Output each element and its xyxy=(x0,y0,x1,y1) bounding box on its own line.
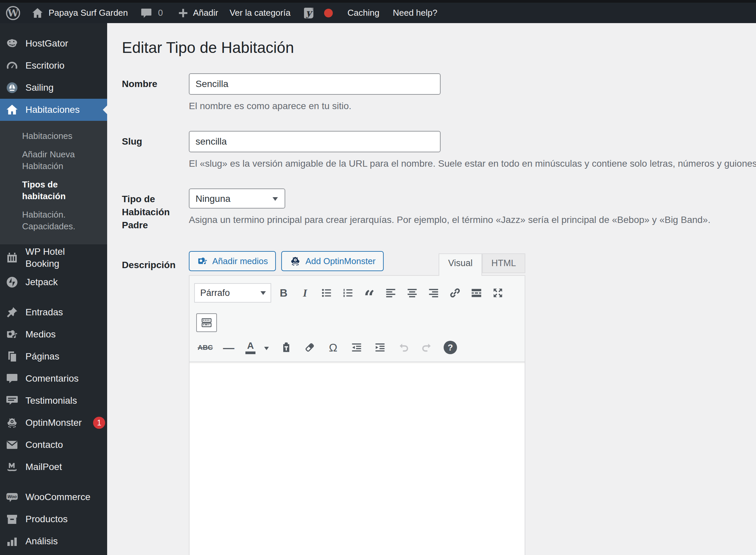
svg-text:Woo: Woo xyxy=(7,494,17,499)
align-center-icon xyxy=(406,287,418,299)
strikethrough-button[interactable]: ABC xyxy=(196,339,214,356)
slug-label: Slug xyxy=(122,131,189,169)
parent-field-row: Tipo de Habitación Padre Ninguna Asigna … xyxy=(122,188,756,231)
site-link[interactable]: Papaya Surf Garden xyxy=(31,6,128,20)
add-new-label: Añadir xyxy=(193,8,218,18)
plus-icon xyxy=(177,7,189,19)
name-input[interactable] xyxy=(189,73,440,95)
add-new-menu[interactable]: Añadir xyxy=(177,7,218,19)
jetpack-icon xyxy=(5,275,19,289)
editor-toolbar-row-2: ABC — A xyxy=(190,335,524,361)
sailing-icon xyxy=(5,81,19,94)
sidebar-item-testimonials[interactable]: Testimonials xyxy=(0,390,107,412)
sidebar-item-woocommerce[interactable]: Woo WooCommerce xyxy=(0,486,107,508)
parent-select[interactable]: Ninguna xyxy=(189,188,285,209)
indent-button[interactable] xyxy=(371,339,389,356)
toolbar-toggle-button[interactable] xyxy=(196,313,217,332)
comments-shortcut[interactable]: 0 xyxy=(140,7,163,19)
numbered-list-button[interactable] xyxy=(339,284,357,302)
sidebar-label: Páginas xyxy=(26,350,59,362)
calendar-icon xyxy=(5,251,19,264)
add-media-button[interactable]: Añadir medios xyxy=(189,251,276,271)
read-more-button[interactable] xyxy=(467,284,486,302)
sidebar-item-wp-hotel-booking[interactable]: WP Hotel Booking xyxy=(0,244,107,271)
tab-visual[interactable]: Visual xyxy=(438,253,482,276)
redo-button[interactable] xyxy=(418,339,436,356)
numbered-list-icon xyxy=(342,287,354,299)
parent-select-wrap: Ninguna xyxy=(189,188,285,209)
name-help-text: El nombre es como aparece en tu sitio. xyxy=(189,101,756,112)
align-left-button[interactable] xyxy=(382,284,400,302)
admin-sidebar: HostGator Escritorio Sailing Habitacione… xyxy=(0,23,107,555)
house-icon xyxy=(5,103,19,117)
sidebar-label: Sailing xyxy=(26,82,53,94)
sidebar-item-escritorio[interactable]: Escritorio xyxy=(0,54,107,77)
fullscreen-button[interactable] xyxy=(489,284,507,302)
special-character-button[interactable]: Ω xyxy=(324,339,342,356)
sidebar-item-habitaciones[interactable]: Habitaciones xyxy=(0,99,107,121)
blockquote-button[interactable]: “ xyxy=(360,280,378,306)
slug-input[interactable] xyxy=(189,131,440,152)
bulleted-list-button[interactable] xyxy=(318,284,335,302)
paragraph-format-select[interactable]: Párrafo xyxy=(194,283,271,303)
bar-chart-icon xyxy=(5,535,19,548)
undo-button[interactable] xyxy=(394,339,413,356)
outdent-icon xyxy=(350,341,363,353)
paste-as-text-button[interactable] xyxy=(277,339,295,356)
text-color-button[interactable]: A xyxy=(243,339,258,356)
mailpoet-icon xyxy=(5,460,19,474)
submenu-item-anadir-nueva-habitacion[interactable]: Añadir Nueva Habitación xyxy=(22,145,86,175)
sidebar-item-comentarios[interactable]: Comentarios xyxy=(0,368,107,390)
sidebar-label: Jetpack xyxy=(26,276,58,288)
name-field-row: Nombre El nombre es como aparece en tu s… xyxy=(122,73,756,112)
sidebar-item-analisis[interactable]: Análisis xyxy=(0,530,107,552)
add-optinmonster-button[interactable]: Add OptinMonster xyxy=(281,251,384,271)
sidebar-item-mailpoet[interactable]: MailPoet xyxy=(0,456,107,478)
submenu-item-habitacion-capacidades[interactable]: Habitación. Capacidades. xyxy=(22,206,86,236)
sidebar-item-contacto[interactable]: Contacto xyxy=(0,434,107,456)
sidebar-item-optinmonster[interactable]: OptinMonster 1 xyxy=(0,412,107,434)
bulleted-list-icon xyxy=(321,287,332,299)
undo-icon xyxy=(397,341,410,353)
sidebar-label: Habitaciones xyxy=(26,104,80,116)
editor-toolbar-row-1: Párrafo B I xyxy=(190,276,524,335)
editor-canvas[interactable] xyxy=(190,361,524,555)
help-button[interactable]: ? xyxy=(441,339,459,356)
italic-button[interactable]: I xyxy=(296,284,314,302)
submenu-item-tipos-de-habitacion[interactable]: Tipos de habitación xyxy=(22,175,102,206)
caching-menu[interactable]: Caching xyxy=(347,8,379,18)
tab-html[interactable]: HTML xyxy=(482,253,526,273)
sidebar-item-medios[interactable]: Medios xyxy=(0,324,107,345)
align-center-button[interactable] xyxy=(403,284,421,302)
read-more-icon xyxy=(470,287,483,299)
wordpress-logo-icon[interactable]: W xyxy=(5,5,21,21)
slug-help-text: El «slug» es la versión amigable de la U… xyxy=(189,158,756,169)
name-label: Nombre xyxy=(122,73,189,112)
description-editor: Añadir medios Add OptinMonst xyxy=(189,251,525,555)
add-media-label: Añadir medios xyxy=(212,256,268,266)
bold-button[interactable]: B xyxy=(275,284,293,302)
sidebar-item-productos[interactable]: Productos xyxy=(0,508,107,530)
view-category-link[interactable]: Ver la categoría xyxy=(230,8,291,18)
sidebar-item-entradas[interactable]: Entradas xyxy=(0,301,107,324)
sidebar-item-jetpack[interactable]: Jetpack xyxy=(0,271,107,293)
clear-formatting-button[interactable] xyxy=(301,339,319,356)
optinmonster-icon xyxy=(289,255,301,267)
submenu-item-habitaciones[interactable]: Habitaciones xyxy=(22,127,102,145)
menu-separator xyxy=(0,293,107,301)
align-right-button[interactable] xyxy=(425,284,443,302)
yoast-icon[interactable]: y xyxy=(303,6,316,20)
site-name: Papaya Surf Garden xyxy=(48,8,128,18)
text-color-dropdown[interactable] xyxy=(263,339,272,356)
link-button[interactable] xyxy=(446,284,464,302)
indent-icon xyxy=(374,341,386,353)
description-label: Descripción xyxy=(122,251,189,555)
horizontal-rule-button[interactable]: — xyxy=(220,339,238,356)
sidebar-item-sailing[interactable]: Sailing xyxy=(0,77,107,99)
editor-tabs: Visual HTML xyxy=(438,253,525,275)
need-help-menu[interactable]: Need help? xyxy=(393,8,437,18)
envelope-icon xyxy=(5,438,19,452)
sidebar-item-paginas[interactable]: Páginas xyxy=(0,345,107,368)
sidebar-item-hostgator[interactable]: HostGator xyxy=(0,33,107,54)
outdent-button[interactable] xyxy=(347,339,366,356)
